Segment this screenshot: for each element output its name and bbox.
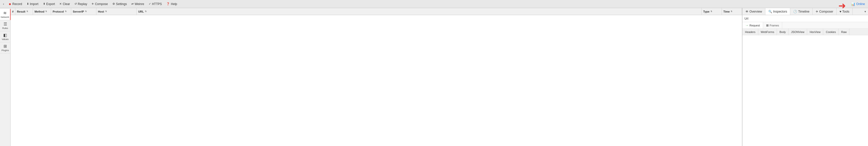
chevron-down-icon[interactable]: ▾ xyxy=(863,10,868,13)
detail-tab-body[interactable]: Body xyxy=(777,29,788,35)
tab-timeline-label: Timeline xyxy=(798,10,809,13)
sort-arrows-method: ⇅ xyxy=(45,10,47,12)
col-header-type[interactable]: Type ⇅ xyxy=(702,8,722,15)
sub-tab-frames[interactable]: ▦ Frames xyxy=(763,22,782,28)
url-label: Url xyxy=(744,17,748,20)
export-icon: ⬆ xyxy=(43,2,45,5)
col-header-method[interactable]: Method ⇅ xyxy=(33,8,51,15)
tab-inspectors[interactable]: 🔍 Inspectors xyxy=(765,8,790,15)
composer-icon: ✈ xyxy=(816,10,818,13)
https-button[interactable]: ✓ HTTPS xyxy=(147,1,164,6)
sidebar-item-rules[interactable]: ☰ Rules xyxy=(0,20,10,31)
record-icon: ⏺ xyxy=(8,2,11,5)
settings-label: Settings xyxy=(116,2,127,6)
tab-tools[interactable]: ♥ Tools xyxy=(837,8,852,15)
col-header-serverip[interactable]: ServerIP ⇅ xyxy=(71,8,96,15)
col-host-label: Host xyxy=(98,10,104,13)
weinre-button[interactable]: ⇌ Weinre xyxy=(129,1,146,6)
request-arrow-icon: → xyxy=(745,24,748,27)
online-label: Online xyxy=(856,2,865,6)
online-button[interactable]: 📊 Online xyxy=(849,1,867,7)
col-num-label: # xyxy=(12,10,13,13)
record-button[interactable]: ⏺ Record xyxy=(6,1,24,6)
plugins-icon: ⊞ xyxy=(3,44,7,49)
replay-button[interactable]: ↺ Replay xyxy=(72,1,89,6)
col-header-result[interactable]: Result ⇅ xyxy=(16,8,33,15)
sidebar-item-network[interactable]: ≋ Network xyxy=(0,9,10,20)
col-header-num[interactable]: # xyxy=(10,8,16,15)
tab-composer-label: Composer xyxy=(819,10,833,13)
clear-button[interactable]: ✕ Clear xyxy=(57,1,72,6)
col-serverip-label: ServerIP xyxy=(73,10,84,13)
detail-jsonview-label: JSONView xyxy=(791,30,804,33)
toolbar: ‹ ⏺ Record ⬇ Import ⬆ Export ✕ Clear ↺ R… xyxy=(0,0,868,8)
tab-timeline[interactable]: 🕐 Timeline xyxy=(790,8,813,15)
url-bar: Url xyxy=(742,15,868,22)
network-icon: ≋ xyxy=(3,10,6,16)
compose-label: Compose xyxy=(95,2,108,6)
sort-arrows-protocol: ⇅ xyxy=(65,10,67,12)
detail-tabs: Headers WebForms Body JSONView HexView C… xyxy=(742,29,868,35)
sidebar: ≋ Network ☰ Rules ◧ Values ⊞ Plugins xyxy=(0,8,10,146)
https-icon: ✓ xyxy=(149,2,151,5)
col-header-url[interactable]: URL ⇅ xyxy=(136,8,702,15)
help-button[interactable]: ❓ Help xyxy=(164,1,179,6)
col-protocol-label: Protocol xyxy=(53,10,64,13)
col-header-protocol[interactable]: Protocol ⇅ xyxy=(51,8,71,15)
tab-overview[interactable]: 👁 Overview xyxy=(742,8,765,15)
import-button[interactable]: ⬇ Import xyxy=(25,1,40,6)
inspectors-icon: 🔍 xyxy=(768,10,772,13)
detail-cookies-label: Cookies xyxy=(826,30,836,33)
detail-tab-raw[interactable]: Raw xyxy=(839,29,849,35)
inspector-tabs: 👁 Overview 🔍 Inspectors 🕐 Timeline ✈ Com… xyxy=(742,8,868,15)
sort-arrows-serverip: ⇅ xyxy=(85,10,87,12)
right-panel: 👁 Overview 🔍 Inspectors 🕐 Timeline ✈ Com… xyxy=(742,8,868,146)
weinre-icon: ⇌ xyxy=(131,2,133,5)
tab-composer[interactable]: ✈ Composer xyxy=(813,8,836,15)
sidebar-item-plugins[interactable]: ⊞ Plugins xyxy=(0,42,10,53)
col-url-label: URL xyxy=(138,10,144,13)
sub-tabs: → Request ▦ Frames xyxy=(742,22,868,29)
plugins-label: Plugins xyxy=(1,49,9,52)
help-icon: ❓ xyxy=(166,2,170,5)
clear-label: Clear xyxy=(63,2,70,6)
sub-tab-frames-label: Frames xyxy=(770,24,779,27)
sort-arrows-host: ⇅ xyxy=(105,10,107,12)
detail-raw-label: Raw xyxy=(841,30,847,33)
sidebar-item-values[interactable]: ◧ Values xyxy=(0,31,10,42)
detail-tab-webforms[interactable]: WebForms xyxy=(758,29,777,35)
detail-tab-cookies[interactable]: Cookies xyxy=(823,29,839,35)
detail-webforms-label: WebForms xyxy=(761,30,774,33)
settings-button[interactable]: ⚙ Settings xyxy=(111,1,129,6)
replay-label: Replay xyxy=(78,2,87,6)
replay-icon: ↺ xyxy=(74,2,77,5)
detail-tab-hexview[interactable]: HexView xyxy=(807,29,823,35)
table-header: # Result ⇅ Method ⇅ Protocol ⇅ ServerIP … xyxy=(10,8,742,15)
detail-headers-label: Headers xyxy=(745,30,755,33)
compose-button[interactable]: ✈ Compose xyxy=(90,1,110,6)
compose-icon: ✈ xyxy=(92,2,94,5)
https-label: HTTPS xyxy=(152,2,162,6)
values-icon: ◧ xyxy=(3,33,7,37)
tab-inspectors-label: Inspectors xyxy=(773,10,787,13)
col-time-label: Time xyxy=(723,10,730,13)
back-button[interactable]: ‹ xyxy=(1,1,6,6)
import-label: Import xyxy=(30,2,38,6)
detail-body-label: Body xyxy=(779,30,786,33)
export-button[interactable]: ⬆ Export xyxy=(41,1,57,6)
settings-icon: ⚙ xyxy=(113,2,115,5)
table-body xyxy=(10,15,742,146)
detail-tab-jsonview[interactable]: JSONView xyxy=(788,29,807,35)
sort-arrows-time: ⇅ xyxy=(731,10,733,12)
tab-tools-label: Tools xyxy=(842,10,849,13)
sub-tab-request[interactable]: → Request xyxy=(742,22,763,28)
record-label: Record xyxy=(12,2,22,6)
col-result-label: Result xyxy=(17,10,25,13)
col-header-host[interactable]: Host ⇅ xyxy=(96,8,136,15)
detail-hexview-label: HexView xyxy=(810,30,820,33)
col-method-label: Method xyxy=(34,10,44,13)
overview-icon: 👁 xyxy=(745,10,748,13)
sub-tab-request-label: Request xyxy=(749,24,760,27)
detail-tab-headers[interactable]: Headers xyxy=(742,29,758,35)
col-header-time[interactable]: Time ⇅ xyxy=(722,8,742,15)
